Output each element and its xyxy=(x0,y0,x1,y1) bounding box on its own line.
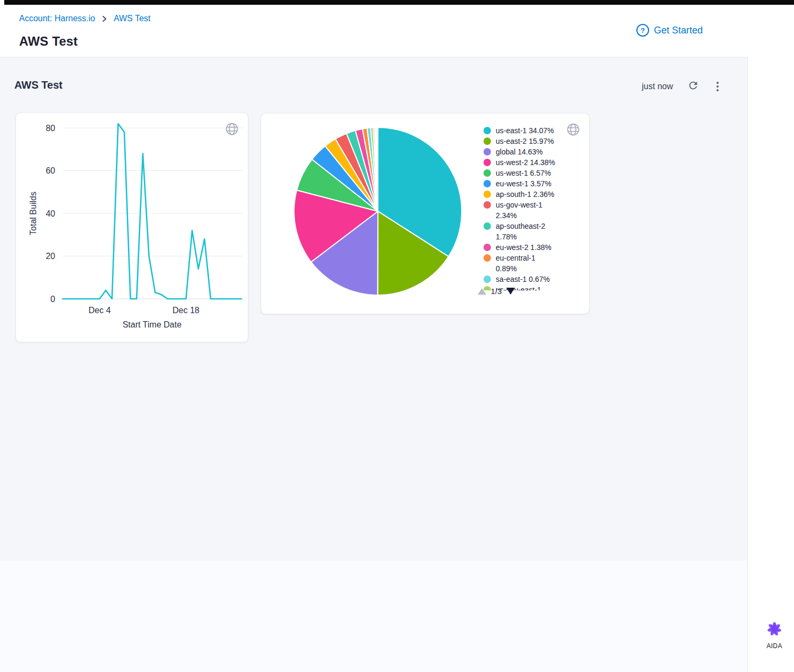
dashboard-panel: AWS Test just now 020406080Dec 4Dec 18St… xyxy=(0,57,748,672)
legend-swatch xyxy=(484,191,491,198)
globe-icon xyxy=(225,122,239,136)
legend-item-ap-southeast-2[interactable]: ap-southeast-2 1.78% xyxy=(484,221,580,242)
aida-label: AIDA xyxy=(766,642,782,650)
more-options-button[interactable] xyxy=(713,81,722,92)
breadcrumb-current-link[interactable]: AWS Test xyxy=(114,14,150,23)
legend-swatch xyxy=(484,148,491,156)
x-axis-title: Start Time Date xyxy=(123,320,182,329)
breadcrumb-account-link[interactable]: Account: Harness.io xyxy=(19,14,95,23)
aida-widget[interactable]: AIDA xyxy=(762,619,787,650)
legend-swatch xyxy=(484,169,491,177)
legend-swatch xyxy=(484,159,491,166)
legend-label: us-west-2 14.38% xyxy=(496,157,558,168)
y-axis-title: Total Builds xyxy=(29,192,38,235)
refresh-button[interactable] xyxy=(687,80,699,93)
legend-item-eu-west-2[interactable]: eu-west-2 1.38% xyxy=(484,242,580,253)
dashboard-controls: just now xyxy=(642,80,722,93)
legend-page-indicator: 1/3 xyxy=(490,287,503,296)
total-builds-chart-card: 020406080Dec 4Dec 18Start Time DateTotal… xyxy=(16,113,248,342)
legend-swatch xyxy=(484,201,491,209)
get-started-label: Get Started xyxy=(654,25,703,36)
line-chart: 020406080Dec 4Dec 18Start Time DateTotal… xyxy=(16,113,248,342)
y-tick-label: 60 xyxy=(46,166,55,175)
legend-swatch xyxy=(484,254,491,262)
kebab-dot xyxy=(717,85,719,88)
legend-swatch xyxy=(484,127,491,134)
legend-item-eu-west-1[interactable]: eu-west-1 3.57% xyxy=(484,178,580,189)
legend-swatch xyxy=(484,244,491,251)
legend-item-sa-east-1[interactable]: sa-east-1 0.67% xyxy=(484,274,580,285)
kebab-dot xyxy=(717,89,719,91)
legend-label: global 14.63% xyxy=(496,147,558,157)
legend-label: us-west-1 6.57% xyxy=(496,168,558,178)
legend-label: us-east-2 15.97% xyxy=(496,136,558,147)
legend-item-ap-south-1[interactable]: ap-south-1 2.36% xyxy=(484,189,580,200)
legend-swatch xyxy=(484,180,491,187)
get-started-link[interactable]: ? Get Started xyxy=(636,24,703,37)
legend-swatch xyxy=(484,222,491,230)
kebab-dot xyxy=(717,82,719,84)
legend-swatch xyxy=(484,275,491,283)
legend-label: ap-south-1 2.36% xyxy=(496,189,558,200)
legend-label: eu-central-1 0.89% xyxy=(496,253,558,274)
y-tick-label: 0 xyxy=(50,295,55,304)
breadcrumb: Account: Harness.io AWS Test xyxy=(19,14,151,23)
panel-lower-background xyxy=(0,561,747,672)
legend-label: ap-southeast-2 1.78% xyxy=(496,221,558,242)
legend-label: us-east-1 34.07% xyxy=(496,125,558,136)
chevron-right-icon xyxy=(101,15,108,22)
region-pie-chart-card: us-east-1 34.07%us-east-2 15.97%global 1… xyxy=(261,114,589,314)
legend-item-us-west-2[interactable]: us-west-2 14.38% xyxy=(484,157,580,168)
total-builds-line-series xyxy=(63,124,241,299)
y-tick-label: 40 xyxy=(46,209,55,218)
page-title: AWS Test xyxy=(19,34,78,49)
legend-label: sa-east-1 0.67% xyxy=(496,274,558,285)
legend-item-us-gov-west-1[interactable]: us-gov-west-1 2.34% xyxy=(484,200,580,221)
legend-label: eu-west-1 3.57% xyxy=(496,178,558,189)
legend-page-down-button[interactable] xyxy=(506,288,515,295)
legend-item-us-west-1[interactable]: us-west-1 6.57% xyxy=(484,168,580,178)
legend-page-up-button[interactable] xyxy=(478,288,486,295)
window-top-edge xyxy=(4,0,794,5)
legend-swatch xyxy=(484,137,491,145)
pie-chart xyxy=(261,114,495,314)
y-tick-label: 20 xyxy=(46,252,55,261)
legend-pager: 1/3 xyxy=(478,287,515,296)
globe-icon xyxy=(566,122,581,137)
aida-logo-icon xyxy=(765,619,784,641)
x-tick-label: Dec 4 xyxy=(89,306,111,315)
help-question-icon: ? xyxy=(636,24,649,37)
pie-legend: us-east-1 34.07%us-east-2 15.97%global 1… xyxy=(484,125,580,290)
legend-item-us-east-2[interactable]: us-east-2 15.97% xyxy=(484,136,580,147)
refresh-icon xyxy=(687,80,699,93)
legend-item-eu-central-1[interactable]: eu-central-1 0.89% xyxy=(484,253,580,274)
y-tick-label: 80 xyxy=(46,124,55,133)
dashboard-title: AWS Test xyxy=(14,79,63,91)
legend-item-global[interactable]: global 14.63% xyxy=(484,147,580,157)
last-refreshed-label: just now xyxy=(642,82,673,91)
x-tick-label: Dec 18 xyxy=(172,306,200,315)
legend-label: eu-west-2 1.38% xyxy=(496,242,558,253)
legend-label: us-gov-west-1 2.34% xyxy=(496,200,558,221)
